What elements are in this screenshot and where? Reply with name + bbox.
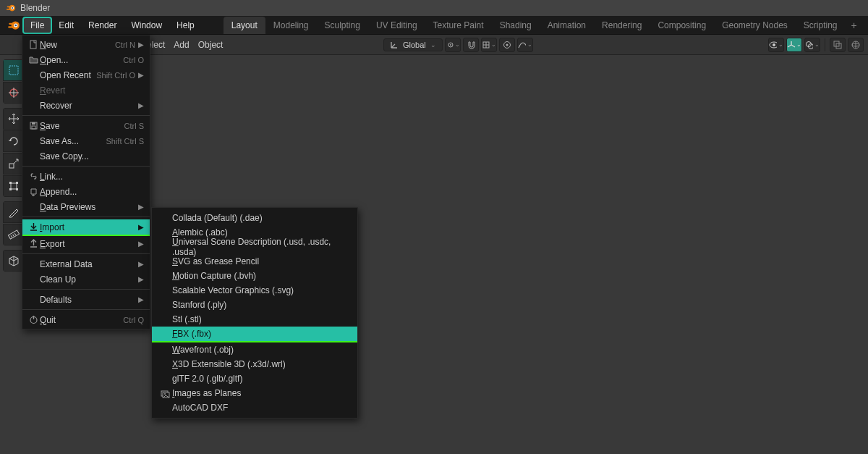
- eye-icon: [769, 41, 777, 49]
- proportional-toggle[interactable]: [499, 38, 515, 52]
- visibility-dropdown[interactable]: ⌄: [768, 38, 784, 52]
- import-svg-as-grease-pencil[interactable]: SVG as Grease Pencil: [152, 254, 357, 269]
- import-submenu: Collada (Default) (.dae)Alembic (.abc)Un…: [151, 207, 358, 419]
- tab-sculpting[interactable]: Sculpting: [317, 17, 368, 34]
- import-motion-capture-bvh[interactable]: Motion Capture (.bvh): [152, 269, 357, 283]
- menu-window[interactable]: Window: [124, 17, 169, 33]
- snap-options[interactable]: ⌄: [481, 38, 497, 52]
- file-menu-save-as[interactable]: Save As...Shift Ctrl S: [22, 133, 150, 148]
- svg-rect-29: [16, 182, 18, 184]
- menu-label: Import: [40, 222, 135, 232]
- import-collada-default-dae[interactable]: Collada (Default) (.dae): [152, 211, 357, 225]
- menu-render[interactable]: Render: [81, 17, 124, 33]
- svg-line-34: [13, 235, 14, 237]
- menu-label: Scalable Vector Graphics (.svg): [172, 285, 350, 295]
- chevron-down-icon: ⌄: [430, 41, 436, 49]
- menu-label: Recover: [40, 101, 135, 111]
- xray-icon: [833, 41, 842, 49]
- menu-label: Save: [40, 121, 124, 131]
- import-images-as-planes[interactable]: Images as Planes: [152, 386, 357, 400]
- menu-label: Export: [40, 239, 135, 249]
- proportional-falloff[interactable]: ⌄: [517, 38, 533, 52]
- file-menu-defaults[interactable]: Defaults▶: [22, 292, 150, 307]
- tab-geometry-nodes[interactable]: Geometry Nodes: [714, 17, 796, 34]
- file-menu-save-copy[interactable]: Save Copy...: [22, 148, 150, 164]
- menu-label: Defaults: [40, 295, 135, 305]
- menu-help[interactable]: Help: [169, 17, 202, 33]
- tab-shading[interactable]: Shading: [492, 17, 540, 34]
- pivot-icon: [446, 40, 454, 50]
- file-menu-export[interactable]: Export▶: [22, 236, 150, 251]
- pivot-dropdown[interactable]: ⌄: [445, 38, 461, 52]
- tab-modeling[interactable]: Modeling: [265, 17, 317, 34]
- file-menu-quit[interactable]: QuitCtrl Q: [22, 312, 150, 327]
- file-menu-data-previews[interactable]: Data Previews▶: [22, 199, 150, 214]
- file-menu-import[interactable]: Import▶: [22, 219, 150, 235]
- menu-label: Motion Capture (.bvh): [172, 271, 350, 281]
- import-stl-stl[interactable]: Stl (.stl): [152, 312, 357, 327]
- snap-toggle[interactable]: [463, 38, 479, 52]
- file-menu-open-recent[interactable]: Open RecentShift Ctrl O▶: [22, 67, 150, 83]
- menu-label: Universal Scene Description (.usd, .usdc…: [172, 237, 350, 257]
- menu-label: AutoCAD DXF: [172, 403, 350, 413]
- import-gltf-2-0-glb-gltf[interactable]: glTF 2.0 (.glb/.gltf): [152, 371, 357, 386]
- file-menu-append[interactable]: Append...: [22, 184, 150, 199]
- menu-edit[interactable]: Edit: [51, 17, 81, 33]
- menu-label: New: [40, 40, 115, 50]
- header-object[interactable]: Object: [198, 40, 224, 50]
- overlay-icon: [805, 41, 813, 49]
- menu-label: SVG as Grease Pencil: [172, 256, 350, 266]
- header-add[interactable]: Add: [174, 40, 189, 50]
- tab-uv-editing[interactable]: UV Editing: [368, 17, 425, 34]
- import-universal-scene-description-usd-usdc-usda[interactable]: Universal Scene Description (.usd, .usdc…: [152, 240, 357, 254]
- app-title: Blender: [20, 3, 50, 13]
- file-menu-save[interactable]: SaveCtrl S: [22, 118, 150, 133]
- menu-file[interactable]: File: [23, 17, 51, 33]
- overlay-toggle[interactable]: ⌄: [804, 38, 820, 52]
- svg-point-12: [506, 43, 508, 46]
- tab-scripting[interactable]: Scripting: [796, 17, 846, 34]
- blender-logo-icon[interactable]: [7, 19, 20, 32]
- import-wavefront-obj[interactable]: Wavefront (.obj): [152, 342, 357, 357]
- tab-layout[interactable]: Layout: [224, 17, 265, 34]
- titlebar: Blender: [0, 0, 868, 16]
- workspace-tabs: Layout Modeling Sculpting UV Editing Tex…: [224, 17, 863, 34]
- file-menu-clean-up[interactable]: Clean Up▶: [22, 272, 150, 287]
- file-menu-new[interactable]: NewCtrl N▶: [22, 37, 150, 52]
- blender-logo-icon: [6, 3, 16, 13]
- wireframe-icon: [851, 41, 860, 49]
- add-primitive-icon: [7, 254, 20, 267]
- import-scalable-vector-graphics-svg[interactable]: Scalable Vector Graphics (.svg): [152, 283, 357, 298]
- measure-icon: [7, 228, 20, 241]
- file-menu-open[interactable]: Open...Ctrl O: [22, 52, 150, 67]
- shortcut: Ctrl N: [115, 41, 135, 49]
- import-x3d-extensible-3d-x3d-wrl[interactable]: X3D Extensible 3D (.x3d/.wrl): [152, 357, 357, 371]
- svg-point-44: [164, 393, 166, 395]
- svg-rect-26: [9, 164, 14, 168]
- import-fbx-fbx[interactable]: FBX (.fbx): [152, 327, 357, 341]
- xray-toggle[interactable]: [830, 38, 846, 52]
- file-menu-external-data[interactable]: External Data▶: [22, 256, 150, 272]
- file-menu-recover[interactable]: Recover▶: [22, 98, 150, 113]
- tab-compositing[interactable]: Compositing: [650, 17, 714, 34]
- gizmo-toggle[interactable]: ⌄: [786, 38, 802, 52]
- import-autocad-dxf[interactable]: AutoCAD DXF: [152, 400, 357, 415]
- save-icon: [27, 121, 40, 130]
- tab-animation[interactable]: Animation: [540, 17, 594, 34]
- import-stanford-ply[interactable]: Stanford (.ply): [152, 298, 357, 312]
- tab-texture-paint[interactable]: Texture Paint: [425, 17, 492, 34]
- svg-point-2: [12, 7, 13, 9]
- svg-point-5: [14, 24, 17, 26]
- orientation-dropdown[interactable]: Global ⌄: [383, 38, 443, 51]
- gizmo-icon: [787, 41, 796, 49]
- shading-wireframe[interactable]: [848, 38, 864, 52]
- menu-label: glTF 2.0 (.glb/.gltf): [172, 374, 350, 384]
- magnet-icon: [467, 41, 475, 49]
- file-menu-link[interactable]: Link...: [22, 169, 150, 184]
- svg-rect-36: [30, 41, 36, 49]
- chevron-right-icon: ▶: [138, 240, 144, 248]
- add-workspace-button[interactable]: +: [846, 17, 863, 34]
- svg-line-33: [11, 235, 12, 237]
- orientation-icon: [390, 41, 399, 49]
- tab-rendering[interactable]: Rendering: [594, 17, 650, 34]
